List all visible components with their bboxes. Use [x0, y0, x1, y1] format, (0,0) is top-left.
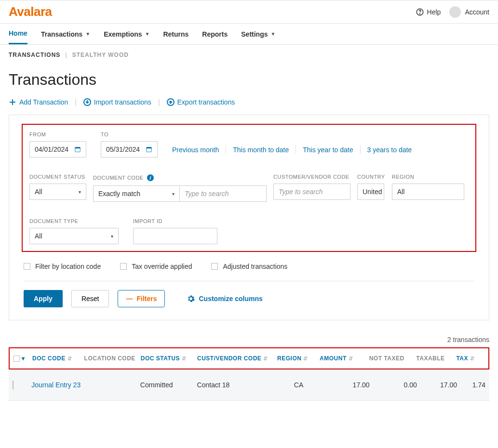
apply-button[interactable]: Apply — [24, 290, 63, 307]
avatar — [449, 6, 461, 18]
chevron-down-icon[interactable]: ▾ — [22, 355, 25, 362]
doc-code-match-select[interactable]: Exactly match ▾ — [93, 185, 180, 202]
col-tax[interactable]: TAX⇵ — [456, 355, 485, 362]
to-date-input[interactable]: 05/31/2024 — [101, 141, 158, 158]
add-transaction-button[interactable]: Add Transaction — [9, 98, 68, 106]
cell-vendor: Contact 18 — [197, 381, 278, 389]
col-region[interactable]: REGION⇵ — [277, 355, 320, 362]
info-icon[interactable]: i — [147, 174, 154, 182]
import-id-input[interactable] — [133, 228, 217, 244]
col-cust-vendor[interactable]: CUST/VENDOR CODE⇵ — [197, 355, 277, 362]
account-label: Account — [465, 8, 489, 16]
doc-type-label: DOCUMENT TYPE — [29, 218, 119, 224]
nav-home[interactable]: Home — [9, 24, 27, 44]
import-icon — [83, 98, 91, 106]
page-title: Transactions — [0, 63, 498, 98]
reset-button[interactable]: Reset — [71, 290, 109, 307]
country-label: COUNTRY — [357, 174, 385, 180]
col-location: LOCATION CODE — [84, 355, 141, 362]
account-link[interactable]: Account — [449, 6, 489, 18]
cell-not-taxed: 0.00 — [370, 381, 417, 389]
quick-prev-month[interactable]: Previous month — [172, 146, 219, 154]
col-taxable: TAXABLE — [416, 355, 456, 362]
export-transactions-button[interactable]: Export transactions — [167, 98, 235, 106]
row-checkbox[interactable] — [13, 381, 13, 389]
calendar-icon — [74, 146, 81, 153]
chevron-down-icon: ▾ — [79, 189, 81, 195]
doc-code-link[interactable]: Journal Entry 23 — [31, 381, 83, 389]
tax-override-checkbox[interactable]: Tax override applied — [120, 263, 192, 270]
breadcrumb: TRANSACTIONS | STEALTHY WOOD — [0, 45, 498, 63]
col-doc-code[interactable]: DOC CODE⇵ — [32, 355, 84, 362]
quick-this-month[interactable]: This month to date — [233, 146, 289, 154]
doc-type-select[interactable]: All ▾ — [29, 228, 119, 244]
nav-returns[interactable]: Returns — [163, 24, 188, 44]
cell-tax: 1.74 — [457, 381, 485, 389]
col-amount[interactable]: AMOUNT⇵ — [320, 355, 369, 362]
nav-transactions[interactable]: Transactions▼ — [41, 24, 90, 44]
select-all-checkbox[interactable] — [13, 356, 20, 362]
quick-three-years[interactable]: 3 years to date — [367, 146, 412, 154]
calendar-icon — [146, 146, 152, 153]
svg-rect-5 — [75, 147, 81, 149]
quick-this-year[interactable]: This year to date — [303, 146, 353, 154]
cust-vendor-label: CUSTOMER/VENDOR CODE — [273, 174, 350, 180]
import-id-label: IMPORT ID — [133, 218, 217, 224]
chevron-down-icon: ▼ — [271, 31, 276, 37]
svg-rect-7 — [147, 147, 152, 149]
from-date-input[interactable]: 04/01/2024 — [29, 141, 86, 158]
from-label: FROM — [29, 132, 86, 137]
region-label: REGION — [392, 174, 464, 180]
filters-toggle-button[interactable]: — Filters — [118, 290, 165, 307]
doc-status-label: DOCUMENT STATUS — [29, 174, 86, 180]
doc-code-label: DOCUMENT CODE — [93, 175, 144, 181]
cust-vendor-input[interactable] — [273, 184, 350, 200]
customize-columns-button[interactable]: Customize columns — [187, 295, 262, 303]
filter-location-checkbox[interactable]: Filter by location code — [24, 263, 101, 270]
region-select[interactable]: All — [392, 184, 464, 200]
country-select[interactable]: United — [357, 184, 384, 200]
nav-exemptions[interactable]: Exemptions▼ — [104, 24, 149, 44]
chevron-down-icon: ▼ — [145, 31, 150, 37]
cell-region: CA — [277, 381, 320, 389]
import-transactions-button[interactable]: Import transactions — [83, 98, 151, 106]
to-label: TO — [101, 132, 158, 137]
nav-reports[interactable]: Reports — [202, 24, 228, 44]
help-icon — [416, 8, 424, 16]
chevron-down-icon: ▾ — [111, 234, 113, 239]
cell-amount: 17.00 — [320, 381, 370, 389]
help-link[interactable]: Help — [416, 8, 441, 16]
highlighted-filters: FROM 04/01/2024 TO 05/31/2024 Previous m… — [22, 124, 476, 252]
logo[interactable]: Avalara — [9, 4, 52, 19]
breadcrumb-secondary: STEALTHY WOOD — [72, 52, 129, 58]
minus-icon: — — [126, 295, 133, 303]
chevron-down-icon: ▼ — [85, 31, 90, 37]
svg-point-1 — [419, 13, 420, 14]
adjusted-checkbox[interactable]: Adjusted transactions — [211, 263, 287, 270]
export-icon — [167, 98, 175, 106]
cell-taxable: 17.00 — [417, 381, 457, 389]
table-header: ▾ DOC CODE⇵ LOCATION CODE DOC STATUS⇵ CU… — [9, 347, 489, 369]
transaction-count: 2 transactions — [0, 332, 498, 347]
table-row[interactable]: Journal Entry 23 Committed Contact 18 CA… — [9, 369, 489, 401]
filter-panel: FROM 04/01/2024 TO 05/31/2024 Previous m… — [9, 115, 489, 320]
cell-status: Committed — [140, 381, 197, 389]
chevron-down-icon: ▾ — [172, 191, 175, 197]
doc-status-select[interactable]: All ▾ — [29, 184, 86, 200]
nav-settings[interactable]: Settings▼ — [241, 24, 275, 44]
svg-text:i: i — [149, 175, 151, 181]
gear-icon — [187, 295, 195, 303]
col-not-taxed: NOT TAXED — [369, 355, 417, 362]
plus-icon — [9, 98, 16, 106]
breadcrumb-primary: TRANSACTIONS — [9, 52, 60, 58]
col-doc-status[interactable]: DOC STATUS⇵ — [141, 355, 197, 362]
help-label: Help — [427, 8, 441, 16]
doc-code-search-input[interactable] — [180, 185, 267, 202]
